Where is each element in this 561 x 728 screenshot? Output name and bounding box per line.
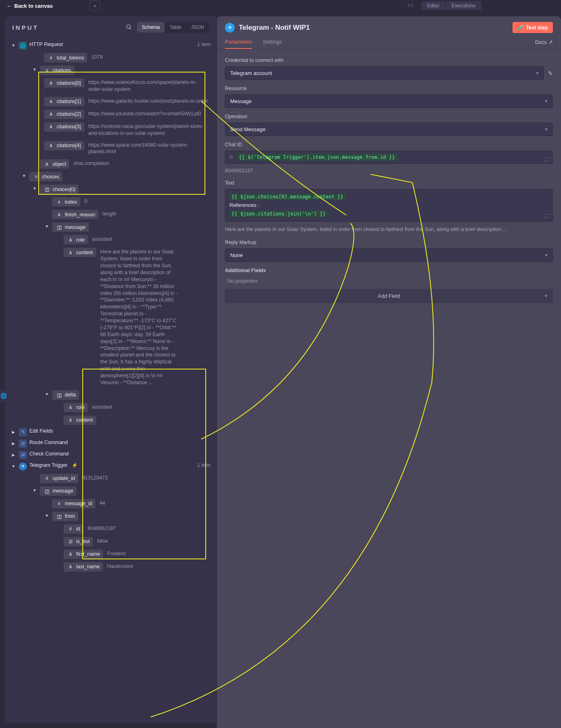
node-check-command[interactable]: ▶ ⇄ Check Command — [11, 449, 211, 461]
resource-select[interactable]: Message ▾ — [225, 95, 553, 108]
collapse-icon[interactable]: ▼ — [44, 224, 50, 229]
back-to-canvas-link[interactable]: ← Back to canvas — [7, 3, 53, 9]
fx-icon: fx — [229, 154, 233, 160]
row-total-tokens[interactable]: #total_tokens 1079 — [11, 51, 211, 64]
node-http-request[interactable]: ▼ 🌐 HTTP Request 1 item — [11, 40, 211, 51]
node-edit-fields[interactable]: ▶ ✎ Edit Fields — [11, 427, 211, 438]
type-string-icon: A — [67, 236, 74, 244]
row-last-name[interactable]: ▼ Alast_name Hautecoeur — [11, 561, 211, 573]
view-toggle: Schema Table JSON — [137, 22, 209, 33]
add-button[interactable]: + — [90, 0, 100, 11]
hash-icon: # — [47, 54, 55, 62]
row-delta-content[interactable]: ▼ Acontent — [11, 414, 211, 427]
type-string-icon: A — [67, 563, 74, 571]
tab-parameters[interactable]: Parameters — [225, 35, 252, 49]
node-telegram-trigger[interactable]: ▼ ✈ Telegram Trigger ⚡ 1 item — [11, 461, 211, 472]
type-string-icon: A — [47, 79, 55, 87]
view-json[interactable]: JSON — [186, 22, 209, 33]
node-route-command[interactable]: ▶ ⇄ Route Command — [11, 438, 211, 449]
flask-icon: 🧪 — [517, 24, 524, 31]
row-delta-role[interactable]: ▼ Arole assistant — [11, 401, 211, 414]
row-citation-4[interactable]: Acitations[4] https://www.space.com/1608… — [11, 139, 211, 158]
type-string-icon: A — [47, 123, 55, 131]
search-icon[interactable] — [125, 24, 132, 31]
operation-select[interactable]: Send Message ▾ — [225, 123, 553, 136]
expand-icon[interactable]: ⛶ — [545, 157, 549, 162]
row-choices0[interactable]: ▼ ◫choices[0] — [11, 183, 211, 196]
expand-icon[interactable]: ⛶ — [545, 213, 549, 220]
test-step-button[interactable]: 🧪 Test step — [513, 22, 553, 33]
object-icon: ◫ — [43, 186, 51, 193]
row-from-id[interactable]: ▼ #id 8049952187 — [11, 523, 211, 535]
chevron-down-icon: ▾ — [545, 253, 548, 258]
tree-scroll[interactable]: ▼ 🌐 HTTP Request 1 item #total_tokens 10… — [5, 38, 216, 723]
docs-link[interactable]: Docs ↗ — [535, 35, 553, 49]
text-input[interactable]: {{ $json.choices[0].message.content }} R… — [225, 189, 553, 222]
bool-icon: ☑ — [67, 538, 74, 545]
bolt-icon: ⚡ — [72, 462, 78, 468]
resource-label: Resource — [225, 86, 553, 91]
collapse-icon[interactable]: ▼ — [32, 488, 37, 493]
collapse-icon[interactable]: ▼ — [44, 513, 50, 518]
tab-editor[interactable]: Editor — [421, 1, 445, 10]
additional-fields-label: Additional Fields — [225, 268, 553, 273]
chat-id-result: 8049952187 — [225, 167, 553, 174]
row-index[interactable]: ▼ #index 0 — [11, 196, 211, 208]
tab-executions[interactable]: Executions — [446, 1, 481, 10]
row-is-bot[interactable]: ▼ ☑is_bot false — [11, 535, 211, 548]
row-delta[interactable]: ▼ ◫delta — [11, 389, 211, 401]
row-object[interactable]: ▼ Aobject chat.completion — [11, 158, 211, 170]
drag-handle-icon[interactable]: ⠿⠿ — [403, 4, 419, 8]
view-schema[interactable]: Schema — [137, 22, 165, 33]
hash-icon: # — [55, 198, 63, 206]
node-config-panel: ✈ Telegram - Notif WIP1 🧪 Test step Para… — [217, 16, 561, 728]
row-message-id[interactable]: ▼ #message_id 44 — [11, 497, 211, 510]
chevron-down-icon: ▾ — [536, 70, 539, 76]
row-role[interactable]: ▼ Arole assistant — [11, 233, 211, 246]
row-first-name[interactable]: ▼ Afirst_name Frederic — [11, 548, 211, 561]
collapse-icon[interactable]: ▼ — [11, 43, 16, 48]
collapse-icon[interactable]: ▼ — [32, 186, 37, 191]
type-string-icon: A — [47, 111, 55, 118]
row-from[interactable]: ▼ ◫from — [11, 510, 211, 523]
row-citations[interactable]: ▼ ≡citations — [11, 64, 211, 77]
row-finish-reason[interactable]: ▼ Afinish_reason length — [11, 208, 211, 221]
type-string-icon: A — [67, 417, 74, 424]
input-title: INPUT — [12, 24, 39, 31]
add-field-button[interactable]: Add Field ▾ — [225, 289, 553, 303]
svg-line-1 — [130, 28, 131, 29]
reply-markup-select[interactable]: None ▾ — [225, 249, 553, 262]
expand-icon[interactable]: ▶ — [11, 453, 16, 457]
hash-icon: # — [55, 500, 63, 508]
collapse-icon[interactable]: ▼ — [32, 67, 37, 72]
row-citation-1[interactable]: Acitations[1] https://www.galactic-hunte… — [11, 95, 211, 108]
row-message[interactable]: ▼ ◫message — [11, 221, 211, 233]
row-update-id[interactable]: ▼ #update_id 413120473 — [11, 472, 211, 485]
chevron-down-icon: ▾ — [545, 99, 548, 104]
node-title: Telegram - Notif WIP1 — [239, 24, 310, 32]
item-count: 1 item — [197, 42, 211, 47]
view-table[interactable]: Table — [165, 22, 186, 33]
hash-icon: # — [43, 475, 51, 482]
expand-icon[interactable]: ▶ — [11, 441, 16, 446]
external-link-icon: ↗ — [548, 39, 553, 45]
row-content[interactable]: ▼ Acontent Here are the planets in our S… — [11, 246, 211, 389]
collapse-icon[interactable]: ▼ — [11, 464, 16, 468]
chat-id-input[interactable]: fx {{ $('Telegram Trigger').item.json.me… — [225, 151, 553, 164]
row-citation-3[interactable]: Acitations[3] https://science.nasa.gov/s… — [11, 121, 211, 139]
type-string-icon: A — [47, 98, 55, 106]
edit-credential-icon[interactable]: ✎ — [548, 70, 553, 77]
row-citation-0[interactable]: Acitations[0] https://www.sciencefocus.c… — [11, 77, 211, 95]
row-citation-2[interactable]: Acitations[2] https://www.youtube.com/wa… — [11, 108, 211, 121]
collapse-icon[interactable]: ▼ — [21, 174, 27, 178]
tab-settings[interactable]: Settings — [263, 35, 282, 49]
credential-select[interactable]: Telegram account ▾ — [225, 66, 544, 80]
type-string-icon: A — [67, 551, 74, 558]
row-tg-message[interactable]: ▼ ◫message — [11, 485, 211, 497]
telegram-icon: ✈ — [19, 462, 27, 471]
collapse-icon[interactable]: ▼ — [44, 392, 50, 396]
telegram-icon: ✈ — [225, 23, 235, 33]
row-choices[interactable]: ▼ ≡choices — [11, 170, 211, 183]
expand-icon[interactable]: ▶ — [11, 430, 16, 434]
pencil-icon: ✎ — [19, 428, 27, 436]
